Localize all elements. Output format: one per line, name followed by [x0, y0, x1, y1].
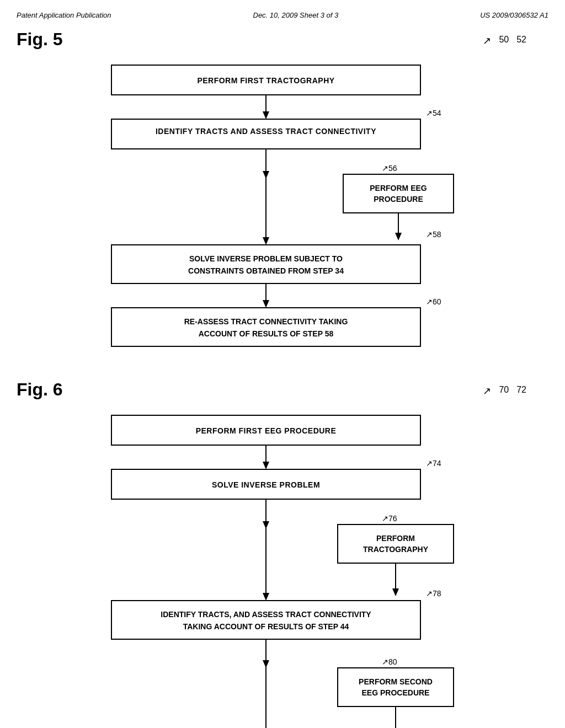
- svg-text:↗54: ↗54: [426, 109, 441, 117]
- fig6-ref-main: 70: [499, 385, 509, 397]
- svg-text:SOLVE INVERSE PROBLEM SUBJECT : SOLVE INVERSE PROBLEM SUBJECT TO: [189, 254, 343, 263]
- svg-text:PERFORM SECOND: PERFORM SECOND: [359, 677, 433, 686]
- svg-text:↗60: ↗60: [426, 297, 441, 306]
- svg-text:RE-ASSESS TRACT CONNECTIVITY T: RE-ASSESS TRACT CONNECTIVITY TAKING: [184, 317, 348, 326]
- fig5-wrapper: Fig. 5 ↗ 50 52 PERFORM FIRST TRACTOGRAPH…: [17, 29, 548, 352]
- fig5-ref-branch: 52: [516, 35, 526, 47]
- svg-marker-22: [263, 300, 269, 308]
- svg-text:↗76: ↗76: [382, 514, 397, 523]
- header-center: Dec. 10, 2009 Sheet 3 of 3: [253, 11, 339, 19]
- svg-marker-41: [392, 588, 399, 596]
- page: Patent Application Publication Dec. 10, …: [0, 0, 565, 728]
- svg-marker-30: [263, 462, 269, 469]
- svg-marker-43: [263, 593, 269, 601]
- svg-rect-10: [343, 174, 454, 213]
- svg-rect-37: [338, 524, 454, 563]
- svg-rect-24: [111, 308, 420, 346]
- svg-text:PERFORM FIRST TRACTOGRAPHY: PERFORM FIRST TRACTOGRAPHY: [197, 76, 334, 85]
- svg-rect-51: [338, 668, 454, 706]
- svg-text:PERFORM: PERFORM: [376, 534, 415, 543]
- fig5-label: Fig. 5: [17, 29, 63, 50]
- svg-marker-14: [395, 233, 402, 240]
- svg-rect-45: [111, 601, 420, 639]
- svg-text:↗80: ↗80: [382, 657, 397, 666]
- svg-text:↗58: ↗58: [426, 230, 441, 239]
- fig6-ref-branch: 72: [516, 385, 526, 397]
- header-left: Patent Application Publication: [17, 11, 111, 19]
- fig5-ref-main: 50: [499, 35, 509, 47]
- fig6-label: Fig. 6: [17, 379, 63, 400]
- fig5-ref-arrow: ↗: [483, 35, 491, 47]
- svg-text:PERFORM EEG: PERFORM EEG: [370, 184, 427, 192]
- svg-text:↗56: ↗56: [382, 164, 397, 173]
- fig5-flowchart: PERFORM FIRST TRACTOGRAPHY ↗54 IDENTIFY …: [56, 60, 509, 352]
- svg-text:ACCOUNT OF RESULTS OF STEP 58: ACCOUNT OF RESULTS OF STEP 58: [199, 329, 334, 338]
- svg-marker-17: [263, 237, 269, 245]
- header-right: US 2009/0306532 A1: [480, 11, 548, 19]
- svg-text:↗74: ↗74: [426, 459, 441, 468]
- svg-marker-3: [263, 111, 269, 119]
- fig6-flowchart: PERFORM FIRST EEG PROCEDURE ↗74 SOLVE IN…: [56, 410, 509, 728]
- svg-text:TAKING ACCOUNT OF RESULTS OF S: TAKING ACCOUNT OF RESULTS OF STEP 44: [183, 622, 349, 631]
- fig6-wrapper: Fig. 6 ↗ 70 72 PERFORM FIRST EEG PROCEDU…: [17, 379, 548, 728]
- svg-text:EEG PROCEDURE: EEG PROCEDURE: [362, 688, 430, 697]
- svg-text:IDENTIFY TRACTS, AND ASSESS TR: IDENTIFY TRACTS, AND ASSESS TRACT CONNEC…: [161, 610, 371, 619]
- svg-text:↗78: ↗78: [426, 589, 441, 598]
- svg-rect-18: [111, 245, 420, 283]
- svg-text:PROCEDURE: PROCEDURE: [374, 195, 423, 204]
- svg-text:IDENTIFY TRACTS AND ASSESS TRA: IDENTIFY TRACTS AND ASSESS TRACT CONNECT…: [156, 127, 376, 136]
- svg-text:CONSTRAINTS OBTAINED FROM STEP: CONSTRAINTS OBTAINED FROM STEP 34: [188, 266, 344, 275]
- svg-text:PERFORM FIRST EEG PROCEDURE: PERFORM FIRST EEG PROCEDURE: [196, 426, 337, 435]
- svg-text:SOLVE INVERSE PROBLEM: SOLVE INVERSE PROBLEM: [212, 480, 320, 489]
- page-header: Patent Application Publication Dec. 10, …: [17, 11, 548, 19]
- fig6-ref-arrow: ↗: [483, 385, 491, 397]
- svg-text:TRACTOGRAPHY: TRACTOGRAPHY: [363, 545, 429, 554]
